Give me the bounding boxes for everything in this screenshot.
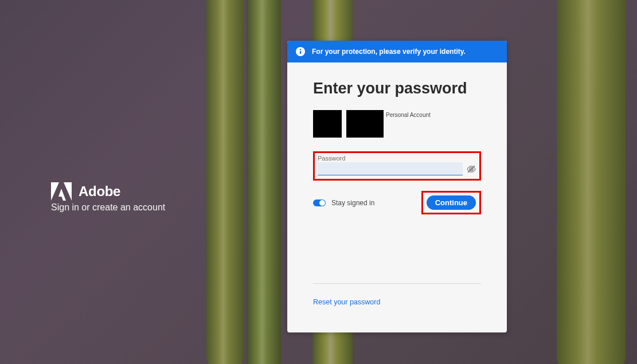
info-icon	[296, 47, 305, 56]
avatar	[313, 110, 342, 138]
page-title: Enter your password	[313, 80, 481, 97]
account-type-label: Personal Account	[386, 112, 431, 118]
brand-name: Adobe	[79, 183, 120, 199]
password-input[interactable]	[318, 162, 463, 175]
brand-tagline: Sign in or create an account	[51, 202, 165, 213]
banner-text: For your protection, please verify your …	[312, 48, 466, 56]
continue-button[interactable]: Continue	[427, 195, 476, 210]
stay-signed-in-group: Stay signed in	[313, 199, 374, 207]
password-label: Password	[318, 155, 476, 162]
stay-signed-in-toggle[interactable]	[313, 199, 326, 206]
toggle-visibility-icon[interactable]	[466, 164, 476, 174]
account-chip[interactable]: Personal Account	[313, 110, 481, 138]
redacted-email	[346, 110, 384, 120]
reset-password-link[interactable]: Reset your password	[313, 298, 380, 306]
brand-header: Adobe	[51, 182, 120, 201]
stay-signed-in-label: Stay signed in	[331, 199, 374, 207]
info-banner: For your protection, please verify your …	[287, 41, 507, 62]
signin-card: For your protection, please verify your …	[287, 41, 507, 332]
password-field-highlight: Password	[313, 151, 481, 181]
redacted-name	[346, 120, 384, 138]
svg-point-1	[300, 49, 302, 50]
continue-button-highlight: Continue	[421, 191, 481, 214]
divider	[313, 283, 481, 284]
adobe-logo-icon	[51, 182, 72, 201]
svg-rect-2	[300, 51, 301, 54]
